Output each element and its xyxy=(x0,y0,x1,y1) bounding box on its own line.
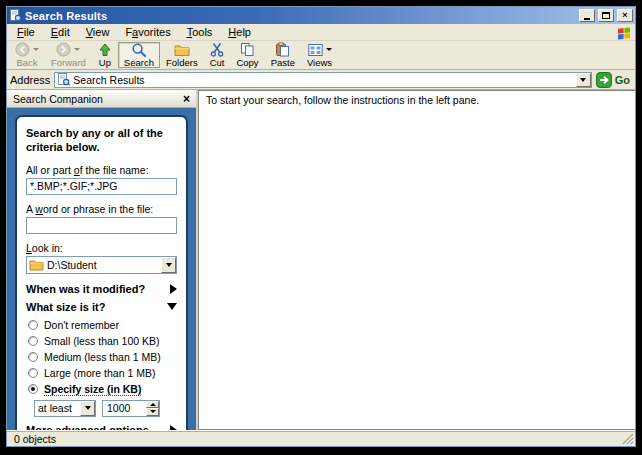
search-criteria-card: Search by any or all of the criteria bel… xyxy=(15,115,188,430)
address-combo[interactable]: Search Results xyxy=(54,72,591,88)
size-option-specify[interactable]: Specify size (in KB) xyxy=(28,383,177,396)
go-icon xyxy=(596,72,612,88)
search-icon xyxy=(131,42,147,58)
go-label: Go xyxy=(615,74,630,86)
status-bar: 0 objects xyxy=(7,430,635,446)
spinner-up-button[interactable] xyxy=(146,401,159,409)
radio-label: Don't remember xyxy=(44,319,119,331)
minimize-icon xyxy=(584,18,590,20)
back-label: Back xyxy=(16,57,37,68)
size-qualifier-combo[interactable]: at least xyxy=(34,400,96,417)
forward-button[interactable]: Forward xyxy=(45,42,92,68)
copy-label: Copy xyxy=(236,57,258,68)
menu-edit[interactable]: Edit xyxy=(43,25,78,40)
size-section-toggle[interactable]: What size is it? xyxy=(26,301,177,313)
close-button[interactable]: × xyxy=(617,9,633,22)
window-title: Search Results xyxy=(25,10,576,22)
toolbar: Back Forward Up xyxy=(7,41,635,70)
criteria-heading: Search by any or all of the criteria bel… xyxy=(26,127,177,155)
radio-icon[interactable] xyxy=(28,352,38,362)
main-area: Search Companion × Search by any or all … xyxy=(7,90,635,430)
window-icon xyxy=(9,9,22,22)
radio-label: Specify size (in KB) xyxy=(44,383,141,396)
menu-bar: File Edit View Favorites Tools Help xyxy=(7,24,635,41)
menu-favorites[interactable]: Favorites xyxy=(117,25,178,40)
size-option-small[interactable]: Small (less than 100 KB) xyxy=(28,335,177,347)
size-option-large[interactable]: Large (more than 1 MB) xyxy=(28,367,177,379)
search-companion-pane: Search Companion × Search by any or all … xyxy=(7,90,198,430)
menu-view[interactable]: View xyxy=(78,25,118,40)
title-bar: Search Results × xyxy=(7,7,635,24)
search-toolbar-button[interactable]: Search xyxy=(118,42,160,68)
folders-icon xyxy=(174,43,190,57)
results-pane[interactable]: To start your search, follow the instruc… xyxy=(198,90,635,430)
folder-icon xyxy=(29,259,44,271)
copy-icon xyxy=(240,42,255,57)
look-in-dropdown-button[interactable] xyxy=(161,257,176,273)
cut-label: Cut xyxy=(210,57,225,68)
radio-label: Large (more than 1 MB) xyxy=(44,367,155,379)
maximize-icon xyxy=(602,12,610,19)
size-option-medium[interactable]: Medium (less than 1 MB) xyxy=(28,351,177,363)
cut-button[interactable]: Cut xyxy=(204,42,231,68)
modified-section-label: When was it modified? xyxy=(26,283,170,295)
menu-file[interactable]: File xyxy=(9,25,43,40)
forward-dropdown-icon[interactable] xyxy=(74,48,80,51)
size-spec-row: at least 1000 xyxy=(34,400,177,417)
resize-grip[interactable] xyxy=(621,432,634,445)
size-qualifier-dropdown[interactable] xyxy=(80,401,95,416)
maximize-button[interactable] xyxy=(598,9,614,22)
views-icon xyxy=(308,43,323,57)
paste-button[interactable]: Paste xyxy=(265,42,301,68)
windows-logo-icon xyxy=(615,24,633,40)
back-dropdown-icon[interactable] xyxy=(33,48,39,51)
address-bar: Address Search Results Go xyxy=(7,70,635,90)
phrase-label: A word or phrase in the file: xyxy=(26,203,177,215)
cut-icon xyxy=(210,42,224,57)
chevron-down-icon xyxy=(166,263,172,267)
up-button[interactable]: Up xyxy=(92,42,118,68)
close-icon: × xyxy=(622,11,627,20)
views-dropdown-icon[interactable] xyxy=(326,48,332,51)
folders-button[interactable]: Folders xyxy=(160,42,204,68)
radio-label: Medium (less than 1 MB) xyxy=(44,351,161,363)
results-instruction-text: To start your search, follow the instruc… xyxy=(206,94,479,106)
radio-checked-icon[interactable] xyxy=(28,384,38,394)
minimize-button[interactable] xyxy=(579,9,595,22)
address-label: Address xyxy=(10,74,50,86)
size-value-spinner[interactable]: 1000 xyxy=(102,400,160,417)
look-in-label: Look in: xyxy=(26,242,177,254)
radio-label: Small (less than 100 KB) xyxy=(44,335,160,347)
companion-body: Search by any or all of the criteria bel… xyxy=(7,108,196,430)
menu-help[interactable]: Help xyxy=(220,25,259,40)
chevron-right-icon xyxy=(170,284,177,294)
radio-icon[interactable] xyxy=(28,368,38,378)
size-option-dont-remember[interactable]: Don't remember xyxy=(28,319,177,331)
phrase-input[interactable] xyxy=(26,217,177,234)
size-value: 1000 xyxy=(103,402,146,414)
look-in-value: D:\Student xyxy=(47,259,158,271)
companion-header: Search Companion × xyxy=(7,90,196,108)
spinner-down-button[interactable] xyxy=(146,408,159,416)
companion-title: Search Companion xyxy=(13,93,181,105)
file-name-input[interactable] xyxy=(26,178,177,195)
address-dropdown-button[interactable] xyxy=(576,73,591,87)
radio-icon[interactable] xyxy=(28,320,38,330)
go-button[interactable]: Go xyxy=(596,72,632,88)
size-qualifier-value: at least xyxy=(35,402,80,414)
views-button[interactable]: Views xyxy=(301,42,338,68)
copy-button[interactable]: Copy xyxy=(230,42,264,68)
back-button[interactable]: Back xyxy=(9,42,45,68)
forward-label: Forward xyxy=(51,57,86,68)
explorer-window: Search Results × File Edit View Favorite… xyxy=(6,6,636,447)
up-icon xyxy=(98,43,112,57)
up-label: Up xyxy=(99,57,111,68)
forward-icon xyxy=(56,42,71,57)
companion-close-icon[interactable]: × xyxy=(181,93,192,105)
chevron-down-icon xyxy=(580,78,586,82)
menu-tools[interactable]: Tools xyxy=(179,25,221,40)
chevron-down-icon xyxy=(85,406,91,410)
modified-section-toggle[interactable]: When was it modified? xyxy=(26,283,177,295)
radio-icon[interactable] xyxy=(28,336,38,346)
look-in-combo[interactable]: D:\Student xyxy=(26,256,177,274)
